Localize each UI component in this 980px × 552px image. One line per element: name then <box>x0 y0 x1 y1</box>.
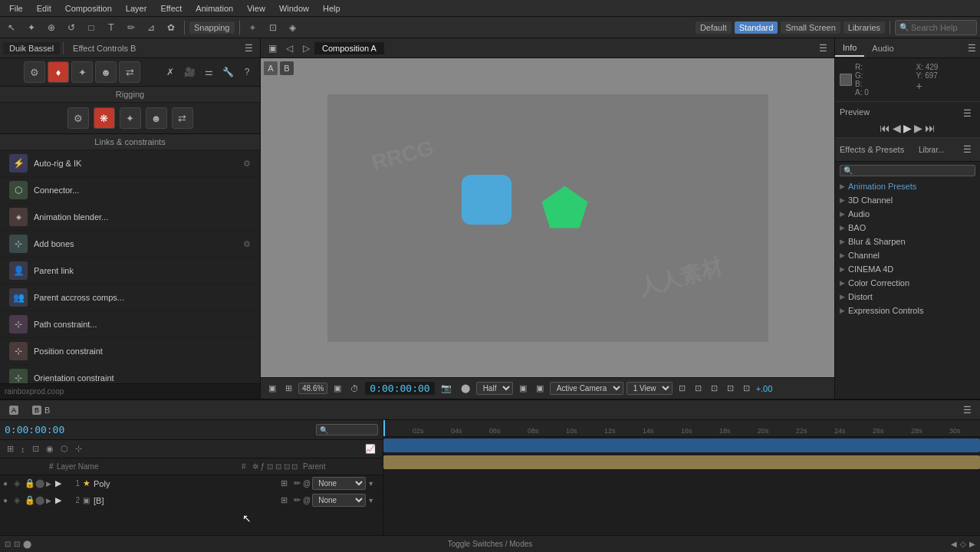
comp-render-2-btn[interactable]: ⊡ <box>692 383 705 394</box>
tab-duik-bassel[interactable]: Duik Bassel <box>3 42 60 54</box>
duik-btn-rig[interactable]: ⚙ <box>24 61 45 83</box>
tool-puppet[interactable]: ✿ <box>163 19 179 36</box>
comp-quality-toggle[interactable]: ▣ <box>331 383 344 394</box>
track-ruler[interactable]: 02s 04s 06s 08s 10s 12s 14s 16s 18s 20s … <box>383 420 980 437</box>
footer-keyframe-nav-fwd[interactable]: ▶ <box>969 540 975 548</box>
standard-label[interactable]: Standard <box>735 21 778 34</box>
menu-edit[interactable]: Edit <box>31 2 58 15</box>
layer-2-expand[interactable]: ▶ <box>46 497 55 504</box>
category-3d-channel[interactable]: ▶ 3D Channel <box>835 193 980 207</box>
preview-skip-fwd[interactable]: ⏭ <box>925 122 936 134</box>
duik-icon-b[interactable]: 🎥 <box>181 64 198 80</box>
library-tab-label[interactable]: Librar... <box>919 146 944 154</box>
layer-2-sw-2[interactable]: ✏ <box>291 495 303 506</box>
layer-1-expand-2[interactable]: ▶ <box>55 478 66 488</box>
tool-rotate[interactable]: ↺ <box>63 19 80 36</box>
category-distort[interactable]: ▶ Distort <box>835 290 980 304</box>
menu-file[interactable]: File <box>3 2 29 15</box>
menu-window[interactable]: Window <box>273 2 315 15</box>
comp-info-btn[interactable]: ⊡ <box>724 383 737 394</box>
category-animation-presets[interactable]: ▶ Animation Presets <box>835 179 980 193</box>
tab-info[interactable]: Info <box>835 40 864 57</box>
comp-grid-2-btn[interactable]: ▣ <box>516 383 530 394</box>
help-search[interactable]: 🔍 <box>895 20 977 35</box>
tab-audio[interactable]: Audio <box>864 41 901 56</box>
comp-time-toggle[interactable]: ⏱ <box>347 383 362 394</box>
tool-snap-2[interactable]: ⊡ <box>265 19 281 36</box>
layer-1-sw-1[interactable]: ⊞ <box>278 478 290 489</box>
preview-menu-btn[interactable]: ☰ <box>959 105 975 122</box>
item-parent-link[interactable]: 👤 Parent link <box>0 258 260 284</box>
layer-search-input[interactable] <box>328 426 374 434</box>
tool-snap-3[interactable]: ◈ <box>284 19 301 36</box>
layer-row-1[interactable]: ● ◈ 🔒 ⬤ ▶ ▶ 1 ★ Poly ⊞ ✏ @ None ▼ <box>0 475 383 492</box>
menu-layer[interactable]: Layer <box>120 2 153 15</box>
track-lane-1[interactable] <box>383 437 980 454</box>
duik-btn-anim[interactable]: ✦ <box>71 61 93 83</box>
category-bao[interactable]: ▶ BAO <box>835 221 980 235</box>
item-connector[interactable]: ⬡ Connector... <box>0 177 260 204</box>
footer-btn-2[interactable]: ⊡ <box>14 540 20 548</box>
tool-pen[interactable]: ✦ <box>23 19 40 36</box>
default-label[interactable]: Default <box>696 21 732 34</box>
category-audio[interactable]: ▶ Audio <box>835 207 980 221</box>
tl-ctrl-4[interactable]: ◉ <box>44 443 56 455</box>
item-orientation-constraint[interactable]: ⊹ Orientation constraint <box>0 365 260 383</box>
duik-icon-d[interactable]: 🔧 <box>219 64 236 80</box>
comp-grid-btn[interactable]: ⊞ <box>282 383 295 394</box>
rig-icon-3[interactable]: ✦ <box>120 107 141 129</box>
menu-view[interactable]: View <box>241 2 271 15</box>
footer-keyframe-nav-back[interactable]: ◀ <box>951 540 957 548</box>
timeline-time-display[interactable]: 0:00:00:00 <box>5 424 64 435</box>
effects-search-input[interactable] <box>855 166 972 175</box>
menu-help[interactable]: Help <box>317 2 347 15</box>
layer-1-parent-select[interactable]: None <box>312 477 366 490</box>
duik-icon-c[interactable]: ⚌ <box>200 64 217 80</box>
tl-ctrl-1[interactable]: ⊞ <box>5 443 16 455</box>
color-swatch[interactable] <box>840 74 852 86</box>
tool-select[interactable]: ↖ <box>3 19 20 36</box>
preview-step-fwd[interactable]: ▶ <box>914 122 922 134</box>
panel-menu-btn[interactable]: ☰ <box>240 40 257 57</box>
layer-2-parent-select[interactable]: None <box>312 494 366 507</box>
rig-icon-1[interactable]: ⚙ <box>67 107 89 129</box>
comp-icon-3[interactable]: ▷ <box>298 40 314 57</box>
tl-ctrl-3[interactable]: ⊡ <box>30 443 41 455</box>
menu-animation[interactable]: Animation <box>189 2 239 15</box>
comp-more-btn[interactable]: ⊡ <box>708 383 721 394</box>
item-add-bones[interactable]: ⊹ Add bones ⚙ <box>0 231 260 258</box>
footer-btn-3[interactable]: ⬤ <box>23 540 31 548</box>
comp-camera-select[interactable]: Active Camera <box>550 382 623 395</box>
small-screen-label[interactable]: Small Screen <box>781 21 840 34</box>
libraries-label[interactable]: Libraries <box>844 21 885 34</box>
category-color-correction[interactable]: ▶ Color Correction <box>835 276 980 290</box>
duik-btn-io[interactable]: ⇄ <box>119 61 140 83</box>
item-parent-across[interactable]: 👥 Parent accross comps... <box>0 284 260 311</box>
category-blur-sharpen[interactable]: ▶ Blur & Sharpen <box>835 235 980 248</box>
info-panel-menu[interactable]: ☰ <box>963 40 980 57</box>
tool-text[interactable]: T <box>103 19 120 36</box>
layer-2-expand-2[interactable]: ▶ <box>55 495 66 505</box>
help-search-input[interactable] <box>911 23 972 32</box>
tl-graph-editor[interactable]: 📈 <box>363 443 378 455</box>
timeline-panel-menu[interactable]: ☰ <box>959 402 975 419</box>
item-path-constraint[interactable]: ⊹ Path constraint... <box>0 311 260 338</box>
item-position-constraint[interactable]: ⊹ Position constraint <box>0 338 260 365</box>
add-bones-gear[interactable]: ⚙ <box>243 239 251 249</box>
comp-layer-btn[interactable]: ▣ <box>533 383 547 394</box>
category-cinema4d[interactable]: ▶ CINEMA 4D <box>835 262 980 276</box>
letter-tab-a[interactable]: A <box>264 61 278 75</box>
preview-play[interactable]: ▶ <box>903 122 912 134</box>
duik-btn-active[interactable]: ♦ <box>48 61 69 83</box>
comp-icon-2[interactable]: ◁ <box>281 40 298 57</box>
comp-snap-btn[interactable]: ⊡ <box>740 383 753 394</box>
effects-search[interactable]: 🔍 <box>840 165 975 176</box>
tool-brush[interactable]: ⊿ <box>143 19 159 36</box>
duik-btn-camera[interactable]: ☻ <box>95 61 117 83</box>
menu-effect[interactable]: Effect <box>154 2 188 15</box>
tl-ctrl-6[interactable]: ⊹ <box>73 443 84 455</box>
layer-2-sw-1[interactable]: ⊞ <box>278 495 290 506</box>
layer-row-2[interactable]: ● ◈ 🔒 ⬤ ▶ ▶ 2 ▣ [B] ⊞ ✏ @ None ▼ <box>0 492 383 509</box>
comp-snapshot-btn[interactable]: 📷 <box>438 383 455 394</box>
duik-icon-a[interactable]: ✗ <box>162 64 179 80</box>
